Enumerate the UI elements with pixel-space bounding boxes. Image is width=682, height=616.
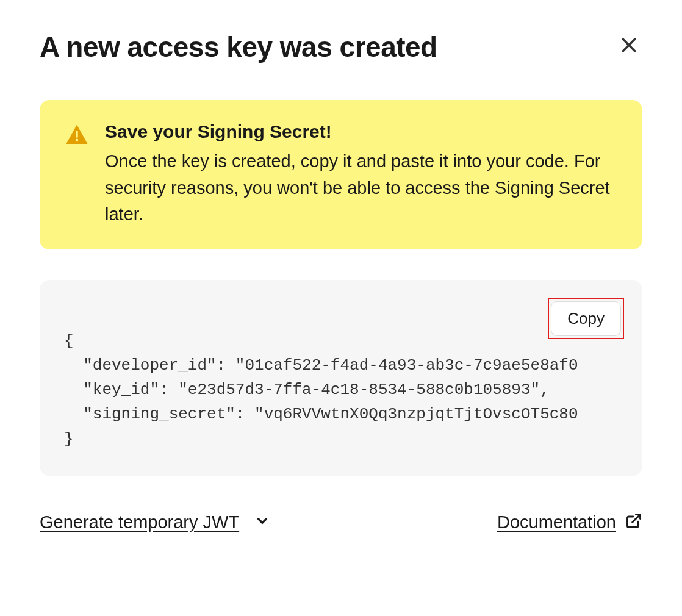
code-block: Copy { "developer_id": "01caf522-f4ad-4a… [40,280,642,476]
warning-banner: Save your Signing Secret! Once the key i… [40,100,642,249]
svg-rect-2 [76,131,78,138]
warning-content: Save your Signing Secret! Once the key i… [105,121,618,228]
chevron-down-icon [254,513,270,531]
code-content: { "developer_id": "01caf522-f4ad-4a93-ab… [64,329,618,451]
dialog-title: A new access key was created [40,30,437,63]
warning-title: Save your Signing Secret! [105,121,618,142]
warning-text: Once the key is created, copy it and pas… [105,148,618,228]
close-button[interactable] [616,32,642,62]
generate-jwt-toggle[interactable]: Generate temporary JWT [40,512,270,532]
documentation-link[interactable]: Documentation [497,512,642,532]
external-link-icon [625,512,642,532]
generate-jwt-label: Generate temporary JWT [40,512,239,532]
dialog-footer: Generate temporary JWT Documentation [40,512,642,532]
copy-button-highlight: Copy [548,298,624,339]
dialog-header: A new access key was created [40,30,642,63]
svg-point-3 [76,139,79,142]
close-icon [619,35,639,60]
copy-button[interactable]: Copy [551,301,621,336]
warning-icon [64,123,90,228]
documentation-label: Documentation [497,512,616,532]
svg-line-4 [633,515,641,523]
